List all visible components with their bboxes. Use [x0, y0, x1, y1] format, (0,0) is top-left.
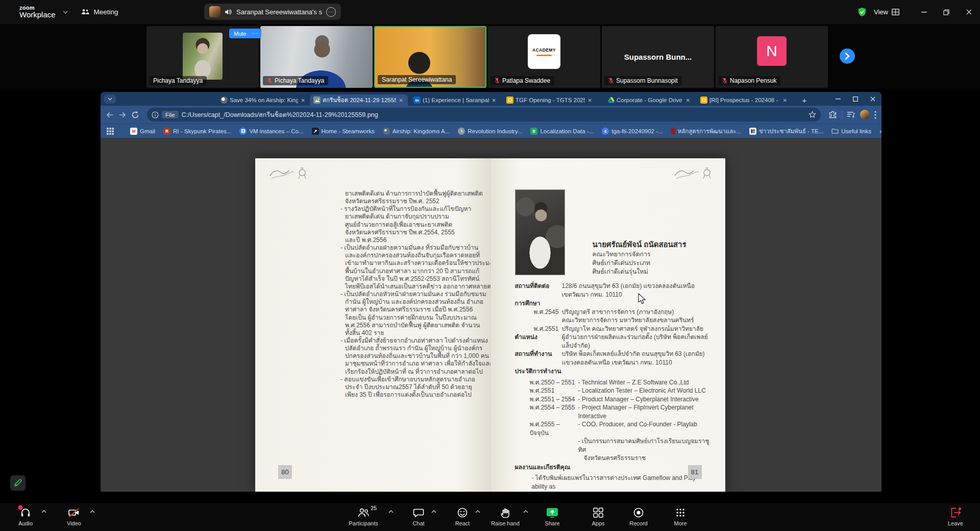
- view-button[interactable]: View: [874, 8, 899, 16]
- raise-hand-chevron-up-icon[interactable]: [523, 510, 528, 513]
- record-button[interactable]: Record: [617, 506, 660, 526]
- tab-title: (1) Experience | Saranpat (Jay) S: [423, 97, 489, 103]
- browser-menu-kebab-icon[interactable]: [874, 111, 876, 119]
- participant-name: Saranpat Sereewiwattana: [382, 76, 452, 83]
- toolbar-separator: [842, 111, 842, 119]
- react-chevron-up-icon[interactable]: [475, 510, 480, 513]
- close-tab-icon[interactable]: ✕: [782, 98, 788, 103]
- tab-strip: Save 34% on Airship: Kingdoms ✕ สกรีนช็อ…: [101, 92, 881, 106]
- video-tile-napason[interactable]: N Napason Pensuk: [716, 26, 828, 88]
- view-layout-icon: [892, 9, 899, 15]
- linkedin-favicon: in: [413, 96, 421, 104]
- raise-hand-button[interactable]: Raise hand: [483, 506, 527, 526]
- muted-mic-icon: [722, 78, 727, 84]
- participant-name: Pichaya Tandayya: [275, 77, 324, 84]
- bio-line: และองค์กรปกครองส่วนท้องถิ่นจับกุมเรือครา…: [340, 252, 472, 259]
- bookmark-airship[interactable]: Airship: Kingdoms A...: [383, 128, 450, 135]
- video-tile-patlapa[interactable]: ACADEMY Patlapa Swaddee: [488, 26, 600, 88]
- active-speaker-pill[interactable]: Saranpat Sereewiwattana's s ···: [204, 4, 341, 20]
- bookmark-useful-links-folder[interactable]: Useful links: [831, 128, 871, 134]
- participants-button[interactable]: 25 Participants: [341, 506, 385, 526]
- browser-maximize-button[interactable]: [847, 92, 864, 106]
- close-tab-icon[interactable]: ✕: [398, 98, 404, 103]
- participants-chevron-up-icon[interactable]: [388, 510, 394, 513]
- profile-avatar[interactable]: [860, 110, 870, 119]
- tab-title: Corporate - Google Drive: [617, 97, 683, 103]
- leave-button[interactable]: Leave: [934, 506, 977, 526]
- tab-search-button[interactable]: [104, 94, 116, 104]
- tab-linkedin-experience[interactable]: in (1) Experience | Saranpat (Jay) S ✕: [410, 94, 501, 106]
- bookmark-star-icon[interactable]: [808, 111, 816, 118]
- more-button[interactable]: More: [658, 506, 702, 526]
- speaker-pill-more-icon[interactable]: ···: [326, 7, 336, 17]
- tab-screenshot-png-active[interactable]: สกรีนช็อต 2024-11-29 125559.p ✕: [310, 94, 408, 106]
- video-tile-pichaya-2[interactable]: Pichaya Tandayya: [260, 26, 373, 88]
- close-tab-icon[interactable]: ✕: [300, 98, 306, 103]
- reload-icon[interactable]: [131, 111, 139, 119]
- video-button[interactable]: Video: [52, 506, 96, 526]
- tile-more-button[interactable]: ···: [249, 29, 261, 38]
- tab-ri-prospectus-slides[interactable]: [RI] Prospectus - 202408 - Goo ✕: [697, 94, 792, 106]
- annotate-pencil-button[interactable]: [10, 475, 26, 491]
- react-button[interactable]: React: [440, 506, 484, 526]
- audio-button[interactable]: Audio: [4, 506, 47, 526]
- bookmark-steamworks[interactable]: Home - Steamworks: [312, 128, 375, 135]
- muted-mic-icon: [608, 78, 614, 84]
- share-button[interactable]: Share: [530, 506, 574, 526]
- bookmark-thai-news[interactable]: ข่าวประชาสัมพันธ์ - TE...: [749, 127, 823, 136]
- back-icon[interactable]: [106, 111, 114, 118]
- address-bar[interactable]: File C:/Users/capt_/Downloads/สกรีนช็อต%…: [147, 108, 821, 122]
- bio-line: - สอบแข่งขันเพื่อเข้าศึกษาอบรมหลักสูตรนา…: [340, 376, 472, 383]
- apps-button[interactable]: Apps: [576, 506, 620, 526]
- media-controls-icon[interactable]: [847, 111, 855, 118]
- close-tab-icon[interactable]: ✕: [587, 98, 593, 103]
- close-tab-icon[interactable]: ✕: [685, 98, 691, 103]
- bookmark-vm-instances[interactable]: VM instances – Co...: [239, 128, 303, 135]
- bio-line: ปลัดอำเภอ ถ้ำพรรณรา กำนัน ผู้ใหญ่บ้าน ผู…: [340, 345, 472, 352]
- video-chevron-up-icon[interactable]: [90, 510, 95, 513]
- news-favicon: [749, 128, 756, 135]
- close-tab-icon[interactable]: ✕: [491, 98, 497, 103]
- extensions-puzzle-icon[interactable]: [828, 110, 837, 119]
- apps-grid-icon[interactable]: [107, 128, 114, 135]
- browser-close-button[interactable]: [864, 92, 881, 106]
- new-tab-button[interactable]: +: [799, 94, 810, 106]
- bookmark-skypunk[interactable]: RRI - Skypunk Pirates...: [163, 128, 231, 135]
- video-tile-supassorn[interactable]: Supassorn Bunn... Supassorn Bunnasopit: [602, 26, 714, 88]
- workplace-label: สถานที่ทำงาน: [515, 350, 562, 367]
- restore-window-button[interactable]: [935, 0, 958, 24]
- mute-button[interactable]: Mute: [229, 29, 251, 38]
- forward-icon[interactable]: [118, 111, 127, 118]
- bookmark-thai-course[interactable]: หลักสูตรการพัฒนาและ...: [671, 127, 741, 136]
- bookmark-localization-data[interactable]: Localization Data -...: [530, 128, 594, 135]
- bookmark-gmail[interactable]: MGmail: [130, 128, 155, 135]
- tab-meeting[interactable]: Meeting: [81, 8, 118, 16]
- bookmark-revolution[interactable]: Revolution Industry...: [458, 128, 522, 135]
- workspace-chevron-down-icon[interactable]: [63, 11, 68, 14]
- chat-button[interactable]: Chat: [397, 506, 440, 526]
- tab-corporate-drive[interactable]: Corporate - Google Drive ✕: [604, 94, 695, 106]
- url-text[interactable]: C:/Users/capt_/Downloads/สกรีนช็อต%20202…: [182, 110, 378, 120]
- chat-chevron-up-icon[interactable]: [431, 510, 436, 513]
- bio-line: จังหวัดนครศรีธรรมราช ปีพ.ศ. 2552: [340, 198, 472, 205]
- tab-title: [RI] Prospectus - 202408 - Goo: [709, 97, 780, 103]
- bio-line: โดยเป็น ผู้อำนวยการค่ายฝึกอบรม ในปีงบประ…: [340, 314, 472, 322]
- close-window-button[interactable]: [958, 0, 980, 24]
- participants-icon: 25: [357, 506, 370, 519]
- history-role: - Localization Tester – Electronic Art W…: [578, 387, 706, 395]
- tab-airship-store[interactable]: Save 34% on Airship: Kingdoms ✕: [217, 94, 310, 106]
- bookmark-tga-fti[interactable]: ctga-fti-20240902 -...: [602, 128, 663, 135]
- security-shield-icon[interactable]: [857, 7, 867, 17]
- info-icon[interactable]: [152, 111, 159, 118]
- browser-minimize-button[interactable]: [829, 92, 847, 106]
- next-participants-button[interactable]: [840, 49, 855, 64]
- minimize-window-button[interactable]: [913, 0, 935, 24]
- raise-hand-icon: [500, 506, 510, 519]
- video-tile-saranpat-active[interactable]: Saranpat Sereewiwattana: [374, 26, 486, 88]
- google-drive-favicon: [607, 96, 615, 104]
- tab-tgf-opening-slides[interactable]: TGF Opening - TGTS 2025 แก้ไ ✕: [503, 94, 597, 106]
- audio-chevron-up-icon[interactable]: [41, 510, 46, 513]
- history-year: พ.ศ.2551: [530, 387, 578, 395]
- education-year: พ.ศ.2551: [534, 325, 562, 333]
- bookmarks-overflow-chevron[interactable]: »: [879, 128, 881, 134]
